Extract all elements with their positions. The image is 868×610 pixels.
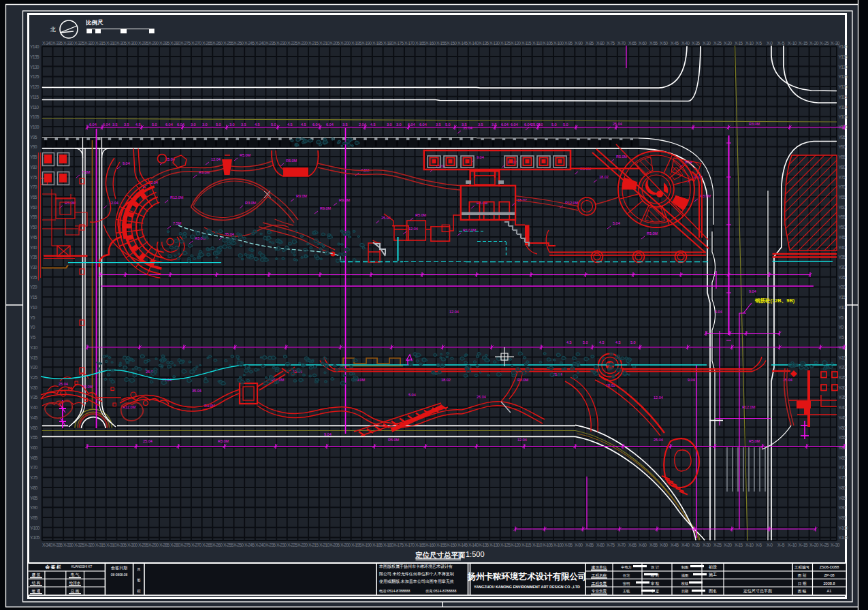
svg-text:X-250: X-250 [234,41,244,46]
svg-text:Y115: Y115 [839,95,848,99]
svg-text:X-10: X-10 [745,41,754,46]
svg-text:X-315: X-315 [95,543,106,547]
svg-text:X-200: X-200 [340,543,351,547]
svg-text:X-295: X-295 [138,41,148,46]
svg-text:X-230: X-230 [276,41,287,46]
svg-text:Y-45: Y-45 [30,415,38,420]
svg-text:3.5: 3.5 [436,123,441,127]
svg-text:图 别: 图 别 [798,573,807,578]
svg-text:ZP-08: ZP-08 [824,573,834,577]
svg-text:Y-90: Y-90 [839,505,847,510]
svg-text:X-240: X-240 [255,543,266,547]
svg-text:7.5M: 7.5M [82,170,91,174]
svg-text:3.0: 3.0 [202,123,208,127]
svg-text:建设单位: 建设单位 [591,565,607,570]
svg-text:X-105: X-105 [543,41,553,46]
svg-text:X-70: X-70 [617,41,626,46]
svg-text:X-115: X-115 [521,543,532,547]
svg-text:X-55: X-55 [649,41,658,46]
svg-text:扬州卡秾环境艺术设计有限公司: 扬州卡秾环境艺术设计有限公司 [467,571,587,581]
svg-text:Y-5: Y-5 [30,335,36,340]
svg-text:X-250: X-250 [234,543,244,547]
svg-text:Y95: Y95 [30,135,37,140]
svg-text:Y-15: Y-15 [839,355,847,360]
svg-text:X-300: X-300 [127,41,138,46]
svg-text:X-295: X-295 [138,543,148,547]
svg-text:Y35: Y35 [839,255,846,259]
svg-text:X-300: X-300 [127,543,138,547]
svg-text:X-20: X-20 [724,543,732,547]
svg-text:建 筑: 建 筑 [31,573,41,577]
svg-text:Y-50: Y-50 [30,426,38,430]
svg-text:Y40: Y40 [30,245,37,250]
svg-text:X-110: X-110 [532,41,543,46]
svg-text:X-40: X-40 [681,41,690,46]
svg-text:X-335: X-335 [52,543,63,547]
svg-text:Y25: Y25 [30,275,37,280]
svg-text:R3.0M: R3.0M [218,439,229,443]
svg-text:Y-70: Y-70 [839,465,847,470]
svg-text:Y-100: Y-100 [30,526,40,530]
svg-text:4.5: 4.5 [566,340,572,344]
svg-text:X-195: X-195 [351,41,361,46]
svg-text:Y135: Y135 [30,54,39,59]
svg-text:Y-20: Y-20 [839,365,847,370]
svg-text:X-330: X-330 [63,543,74,547]
svg-text:12.04: 12.04 [211,157,221,161]
svg-text:5.04: 5.04 [408,393,416,397]
svg-text:Y-40: Y-40 [30,405,38,410]
svg-text:Y40: Y40 [839,245,846,250]
svg-text:5.04: 5.04 [715,310,722,314]
svg-text:X-140: X-140 [468,41,479,46]
svg-text:Y-25: Y-25 [839,375,847,380]
svg-text:初设: 初设 [709,564,717,569]
svg-text:Y70: Y70 [839,184,846,189]
svg-text:25.04: 25.04 [143,439,152,443]
svg-text:会 签 栏: 会 签 栏 [44,564,61,570]
svg-text:3.0: 3.0 [396,123,402,127]
svg-text:4.5: 4.5 [255,123,260,127]
svg-text:X-255: X-255 [223,543,234,547]
svg-text:Y-65: Y-65 [839,455,847,460]
svg-text:Y130: Y130 [839,65,848,69]
svg-text:X-235: X-235 [266,543,276,547]
svg-text:Y5: Y5 [30,315,35,320]
svg-text:X-45: X-45 [671,41,679,46]
svg-text:X-70: X-70 [617,543,626,547]
svg-text:X-170: X-170 [404,543,415,547]
svg-text:12.04: 12.04 [408,227,418,231]
svg-text:YANGZHOU KANONG ENVIRONMENT AR: YANGZHOU KANONG ENVIRONMENT ART DESIGN C… [474,585,580,589]
svg-text:本图版权属于扬州市卡秾环境艺术设计有: 本图版权属于扬州市卡秾环境艺术设计有 [379,564,453,569]
svg-text:12.04: 12.04 [517,438,527,442]
svg-text:X-0: X-0 [767,41,773,46]
svg-text:Y-55: Y-55 [839,435,847,440]
svg-text:X-235: X-235 [266,41,276,46]
svg-text:R3.0M: R3.0M [245,201,257,205]
svg-text:9.04: 9.04 [749,289,756,293]
svg-text:Y50: Y50 [839,225,846,229]
svg-text:X-220: X-220 [298,543,308,547]
svg-text:X-265: X-265 [202,41,212,46]
svg-text:X--5: X--5 [777,543,785,547]
svg-text:X-260: X-260 [212,41,223,46]
svg-text:X-130: X-130 [489,41,500,46]
svg-text:5.0: 5.0 [445,123,451,127]
svg-text:Y20: Y20 [839,285,846,289]
svg-text:X--25: X--25 [820,543,829,547]
svg-text:5.0: 5.0 [271,123,276,127]
svg-text:X-270: X-270 [191,41,202,46]
svg-text:KUANGSHI KT: KUANGSHI KT [71,565,93,568]
svg-text:X-95: X-95 [564,41,573,46]
svg-text:X-135: X-135 [479,41,489,46]
svg-text:3.5: 3.5 [342,123,348,127]
svg-text:08-0808.08: 08-0808.08 [111,573,128,577]
svg-text:X-115: X-115 [521,41,532,46]
svg-text:6.04: 6.04 [501,123,509,127]
svg-text:X-155: X-155 [436,41,447,46]
svg-text:6.04: 6.04 [326,123,334,127]
svg-text:X-40: X-40 [681,543,690,547]
svg-text:王晓: 王晓 [623,589,630,594]
svg-text:3.5: 3.5 [492,123,497,127]
svg-text:X-215: X-215 [308,543,319,547]
svg-text:限公司.未经允许任何单位和个人不得复制: 限公司.未经允许任何单位和个人不得复制 [379,571,454,577]
